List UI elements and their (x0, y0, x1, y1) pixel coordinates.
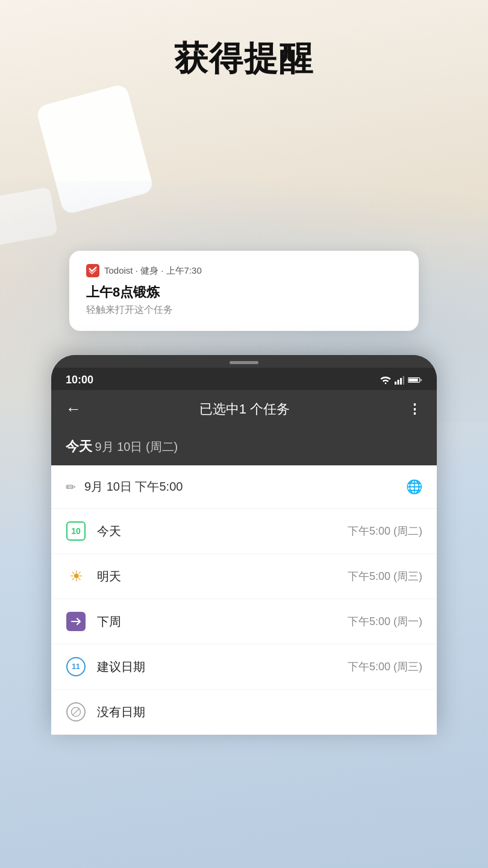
menu-item-no-date[interactable]: 没有日期 (51, 690, 437, 735)
more-options-button[interactable]: ⋮ (408, 401, 422, 417)
todoist-logo-icon (86, 264, 99, 277)
menu-item-next-week-left: 下周 (66, 611, 121, 632)
next-week-icon-box (66, 611, 86, 632)
menu-item-tomorrow[interactable]: ☀ 明天 下午5:00 (周三) (51, 554, 437, 599)
menu-item-next-week[interactable]: 下周 下午5:00 (周一) (51, 599, 437, 644)
phone-mockup: 10:00 (51, 355, 437, 735)
scroll-handle-bar (230, 361, 258, 364)
next-week-icon (66, 612, 86, 631)
edit-icon: ✏ (66, 480, 76, 494)
tomorrow-icon-box: ☀ (66, 566, 86, 587)
today-time: 下午5:00 (周二) (348, 524, 422, 538)
header-title: 已选中1 个任务 (199, 400, 290, 418)
no-date-label: 没有日期 (97, 704, 145, 720)
scroll-handle-area (51, 355, 437, 368)
suggested-time: 下午5:00 (周三) (348, 659, 422, 674)
notification-card: Todoist · 健身 · 上午7:30 上午8点锻炼 轻触来打开这个任务 (69, 251, 419, 331)
notification-app-info: Todoist · 健身 · 上午7:30 (104, 265, 202, 277)
main-content: 获得提醒 Todoist · 健身 · 上午7:30 上午8点锻炼 轻触来打开这… (0, 0, 488, 868)
app-header: ← 已选中1 个任务 ⋮ (51, 390, 437, 428)
today-icon-box: 10 (66, 521, 86, 541)
svg-rect-3 (400, 378, 402, 385)
date-picker-left: ✏ 9月 10日 下午5:00 (66, 479, 183, 495)
date-section-today: 今天 (66, 439, 92, 454)
next-week-time: 下午5:00 (周一) (348, 614, 422, 629)
menu-item-no-date-left: 没有日期 (66, 702, 145, 722)
menu-item-tomorrow-left: ☀ 明天 (66, 566, 121, 587)
back-button[interactable]: ← (66, 400, 81, 418)
date-section-date: 9月 10日 (周二) (95, 440, 178, 453)
svg-rect-7 (421, 379, 422, 381)
svg-line-9 (72, 708, 80, 715)
status-icons (380, 376, 422, 385)
suggested-icon-box: 11 (66, 656, 86, 677)
suggested-icon: 11 (66, 657, 86, 676)
status-time: 10:00 (66, 374, 93, 386)
no-date-icon-box (66, 702, 86, 722)
notification-header: Todoist · 健身 · 上午7:30 (86, 264, 402, 277)
globe-icon: 🌐 (406, 479, 422, 495)
signal-icon (395, 376, 404, 385)
suggested-label: 建议日期 (97, 659, 145, 675)
menu-item-today-left: 10 今天 (66, 521, 121, 541)
menu-item-today[interactable]: 10 今天 下午5:00 (周二) (51, 509, 437, 554)
svg-rect-2 (398, 380, 399, 385)
no-date-icon (66, 702, 86, 722)
tomorrow-label: 明天 (97, 568, 121, 585)
tomorrow-icon: ☀ (66, 567, 86, 586)
menu-item-suggested[interactable]: 11 建议日期 下午5:00 (周三) (51, 644, 437, 690)
svg-rect-1 (395, 382, 396, 385)
today-label: 今天 (97, 523, 121, 539)
notification-task-title: 上午8点锻炼 (86, 283, 402, 301)
wifi-icon (380, 376, 391, 385)
phone-content-area: ✏ 9月 10日 下午5:00 🌐 10 今天 下午5:00 (周二) (51, 465, 437, 735)
svg-rect-6 (408, 379, 418, 382)
date-picker-row[interactable]: ✏ 9月 10日 下午5:00 🌐 (51, 465, 437, 509)
battery-icon (408, 376, 422, 384)
page-title: 获得提醒 (174, 36, 314, 82)
status-bar: 10:00 (51, 368, 437, 390)
tomorrow-time: 下午5:00 (周三) (348, 569, 422, 583)
next-week-label: 下周 (97, 614, 121, 630)
today-icon: 10 (66, 521, 86, 541)
svg-rect-4 (403, 376, 405, 385)
notification-task-subtitle: 轻触来打开这个任务 (86, 304, 402, 316)
menu-item-suggested-left: 11 建议日期 (66, 656, 145, 677)
date-picker-text: 9月 10日 下午5:00 (84, 479, 183, 495)
menu-list: 10 今天 下午5:00 (周二) ☀ 明天 下午5:00 (周三) (51, 509, 437, 735)
date-section-header: 今天 9月 10日 (周二) (51, 428, 437, 465)
